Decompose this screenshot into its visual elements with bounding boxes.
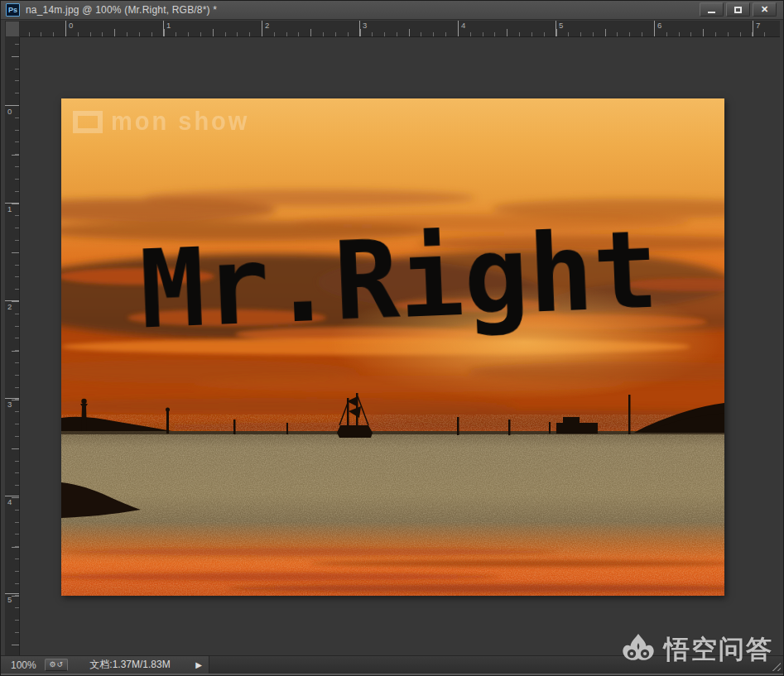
ruler-origin-box[interactable] <box>5 21 20 37</box>
ruler-label: 4 <box>5 496 19 506</box>
zoom-level-field[interactable]: 100% <box>1 659 45 671</box>
gear-icon: ⚙ <box>49 661 55 669</box>
ruler-label: 4 <box>458 21 465 36</box>
monshow-watermark-text: mon show <box>111 108 249 137</box>
status-left-panel: 100% ⚙ ↺ 文档:1.37M/1.83M ▶ <box>1 656 209 674</box>
wukong-watermark: 悟空问答 <box>619 632 773 667</box>
ruler-label: 5 <box>5 593 19 604</box>
ruler-label: 2 <box>262 21 269 36</box>
adobe-drive-button[interactable]: ⚙ ↺ <box>45 659 68 671</box>
sync-arrow-icon: ↺ <box>56 661 63 669</box>
photo-canvas[interactable]: Mr.Right mon show <box>61 98 724 596</box>
ruler-label: 3 <box>5 398 19 409</box>
ruler-label: 2 <box>5 300 19 311</box>
minimize-button[interactable] <box>700 2 724 17</box>
close-icon: ✕ <box>761 5 768 14</box>
vertical-ruler[interactable]: 0 1 2 3 4 5 <box>5 37 20 657</box>
photo-caption-text: Mr.Right <box>137 203 661 357</box>
minimize-icon <box>708 12 715 13</box>
monshow-watermark: mon show <box>73 108 249 136</box>
title-bar[interactable]: Ps na_14m.jpg @ 100% (Mr.Right, RGB/8*) … <box>1 1 783 20</box>
photoshop-window: Ps na_14m.jpg @ 100% (Mr.Right, RGB/8*) … <box>0 0 784 676</box>
photoshop-app-icon: Ps <box>6 3 20 17</box>
monshow-square-icon <box>73 111 103 133</box>
status-menu-arrow-icon[interactable]: ▶ <box>192 660 209 669</box>
wukong-watermark-text: 悟空问答 <box>664 632 773 667</box>
document-title: na_14m.jpg @ 100% (Mr.Right, RGB/8*) * <box>26 4 217 16</box>
wukong-logo-icon <box>619 633 657 666</box>
close-button[interactable]: ✕ <box>753 2 777 17</box>
canvas-pasteboard[interactable]: Mr.Right mon show <box>20 37 780 657</box>
window-controls: ✕ <box>700 2 777 17</box>
ruler-label: 0 <box>65 21 73 36</box>
ruler-label: 7 <box>753 21 760 36</box>
ruler-label: 1 <box>5 203 19 213</box>
maximize-icon <box>734 7 742 13</box>
ruler-label: 1 <box>163 21 171 36</box>
ruler-label: 3 <box>359 21 367 36</box>
ruler-label: 5 <box>556 21 563 36</box>
document-size-info: 文档:1.37M/1.83M <box>68 658 193 672</box>
ruler-label: 6 <box>654 21 661 36</box>
ruler-label: 0 <box>5 105 19 116</box>
maximize-button[interactable] <box>726 2 750 17</box>
horizontal-ruler[interactable]: 0 1 2 3 4 5 6 7 <box>20 21 780 37</box>
